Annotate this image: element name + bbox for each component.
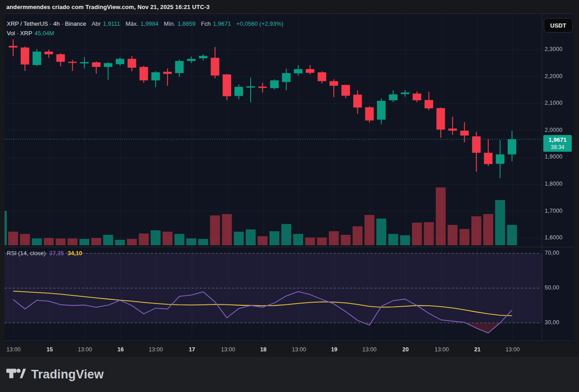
tradingview-brand-text: TradingView [31,368,104,382]
tradingview-logo-icon [6,368,26,381]
footer-bar: TradingView [0,357,579,392]
price-chart-canvas[interactable] [0,0,579,392]
tradingview-logo[interactable]: TradingView [6,368,104,382]
currency-toggle-button[interactable]: USDT [544,18,573,33]
